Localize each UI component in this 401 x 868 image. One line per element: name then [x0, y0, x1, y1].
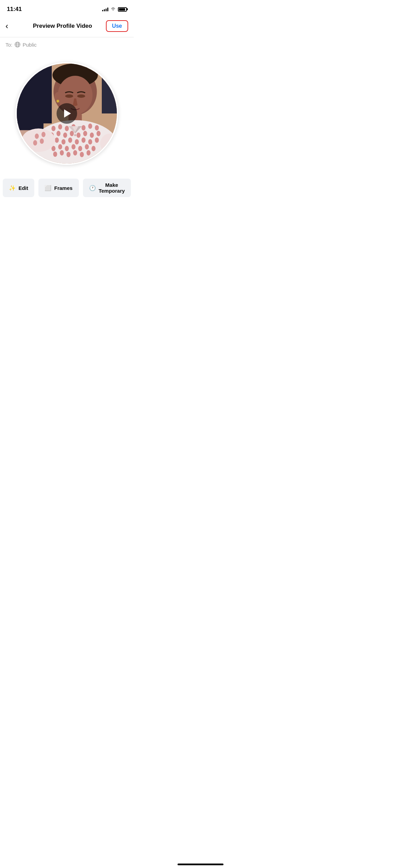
svg-point-25: [76, 132, 81, 138]
svg-point-31: [61, 139, 65, 145]
status-icons: [102, 7, 127, 12]
svg-point-47: [73, 150, 77, 156]
svg-point-8: [65, 95, 73, 98]
status-time: 11:41: [7, 6, 22, 13]
svg-point-49: [86, 150, 90, 156]
svg-point-40: [72, 144, 76, 150]
svg-point-53: [74, 134, 76, 136]
svg-point-20: [95, 125, 99, 131]
svg-point-28: [97, 131, 101, 136]
svg-point-39: [65, 146, 69, 151]
profile-video-preview[interactable]: [15, 62, 118, 165]
svg-point-56: [35, 133, 39, 139]
svg-point-57: [41, 132, 46, 137]
svg-point-27: [90, 132, 94, 138]
svg-point-15: [58, 124, 62, 130]
audience-text: Public: [23, 42, 37, 48]
svg-point-59: [40, 138, 44, 144]
svg-point-9: [77, 95, 85, 98]
make-temporary-label: Make Temporary: [99, 182, 125, 194]
audience-row: To: Public: [0, 37, 134, 52]
svg-point-36: [95, 137, 99, 143]
svg-point-35: [88, 139, 92, 145]
svg-point-30: [55, 137, 59, 143]
svg-point-18: [82, 125, 86, 131]
status-bar: 11:41: [0, 0, 134, 16]
svg-point-23: [63, 132, 67, 138]
edit-label: Edit: [19, 185, 28, 191]
nav-bar: ‹ Preview Profile Video Use: [0, 16, 134, 37]
make-temporary-button[interactable]: 🕐 Make Temporary: [83, 179, 131, 197]
edit-icon: ✨: [9, 185, 16, 191]
svg-point-44: [53, 152, 57, 157]
action-buttons: ✨ Edit ⬜ Frames 🕐 Make Temporary: [0, 172, 134, 204]
svg-point-11: [57, 100, 59, 103]
svg-point-42: [85, 144, 89, 150]
svg-point-26: [83, 131, 87, 136]
svg-point-0: [113, 10, 113, 11]
svg-point-34: [82, 137, 86, 143]
battery-icon: [118, 7, 127, 12]
video-container: [0, 52, 134, 172]
svg-point-32: [68, 137, 72, 143]
use-button[interactable]: Use: [106, 20, 128, 32]
svg-point-33: [75, 139, 79, 145]
frames-label: Frames: [54, 185, 72, 191]
svg-point-48: [80, 152, 84, 157]
svg-point-14: [51, 126, 56, 131]
signal-icon: [102, 7, 108, 11]
edit-button[interactable]: ✨ Edit: [3, 179, 34, 197]
page-title: Preview Profile Video: [19, 23, 106, 29]
wifi-icon: [110, 7, 116, 11]
svg-point-16: [65, 126, 69, 131]
svg-point-22: [57, 131, 61, 136]
frames-icon: ⬜: [45, 185, 51, 191]
svg-point-41: [78, 146, 82, 151]
svg-point-43: [92, 146, 96, 151]
back-button[interactable]: ‹: [5, 19, 19, 33]
svg-point-54: [22, 129, 55, 152]
globe-icon: [14, 41, 21, 48]
play-button[interactable]: [57, 103, 77, 124]
back-chevron-icon: ‹: [5, 21, 8, 31]
svg-point-19: [88, 123, 92, 129]
frames-button[interactable]: ⬜ Frames: [38, 179, 78, 197]
to-label: To:: [5, 42, 12, 48]
svg-point-46: [66, 152, 71, 157]
svg-point-58: [33, 140, 37, 146]
svg-point-45: [60, 150, 64, 156]
svg-point-38: [58, 144, 62, 150]
svg-point-24: [70, 131, 74, 136]
clock-icon: 🕐: [89, 185, 96, 191]
play-icon: [64, 109, 71, 118]
